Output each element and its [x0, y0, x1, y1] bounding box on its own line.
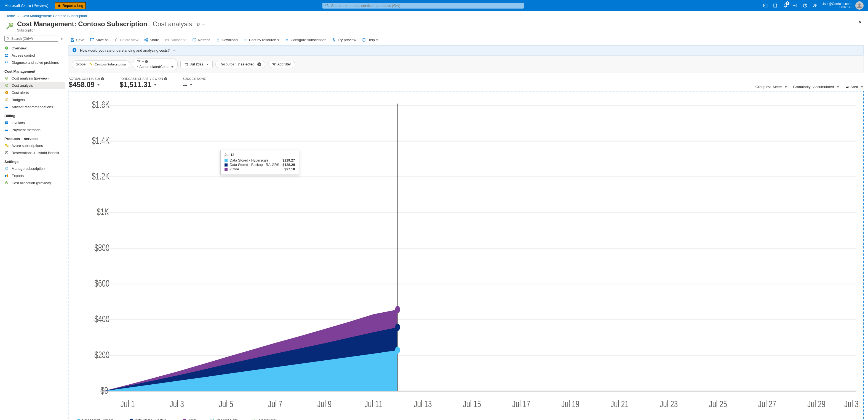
sidebar-item-overview[interactable]: $Overview [0, 45, 65, 52]
breadcrumb-home[interactable]: Home [5, 14, 15, 18]
pin-button[interactable] [196, 22, 200, 28]
info-icon: i [145, 60, 148, 63]
svg-text:$: $ [6, 84, 7, 86]
sidebar-item-access[interactable]: Access control [0, 52, 65, 59]
svg-line-2 [328, 6, 329, 7]
sidebar-item-subscriptions[interactable]: Azure subscriptions [0, 142, 65, 149]
sidebar-item-diagnose[interactable]: Diagnose and solve problems [0, 59, 65, 66]
view-pill[interactable]: VIEW i * AccumulatedCosts [133, 59, 178, 70]
sidebar-search[interactable] [4, 36, 58, 42]
cost-by-resource-button[interactable]: Cost by resource [241, 37, 282, 43]
svg-point-42 [147, 40, 148, 41]
kpi-forecast[interactable]: FORECAST: CHART VIEW ON i $1,511.31 [119, 77, 167, 89]
legend-item[interactable]: Data Stored - Backup... [130, 418, 169, 420]
dollar-icon: $ [5, 46, 8, 50]
svg-text:i: i [74, 48, 75, 52]
sidebar-item-cost-alerts[interactable]: $Cost alerts [0, 89, 65, 96]
sidebar-item-cost-analysis-preview[interactable]: $Cost analysis (preview) [0, 75, 65, 82]
sidebar-item-exports[interactable]: Exports [0, 172, 65, 179]
chart-type-dropdown[interactable]: Area [845, 85, 863, 89]
swatch-icon [224, 159, 227, 162]
sidebar-item-reservations[interactable]: Reservations + Hybrid Benefit [0, 149, 65, 156]
help-dropdown-button[interactable]: Help [360, 37, 380, 43]
chevron-down-icon [860, 85, 863, 89]
svg-point-69 [395, 346, 400, 354]
granularity-dropdown[interactable]: Granularity: Accumulated [793, 85, 839, 89]
scope-pill[interactable]: Scope : Contoso Subscription [72, 60, 130, 68]
help-button[interactable] [800, 0, 810, 11]
calendar-icon [185, 63, 188, 66]
sidebar-item-invoices[interactable]: Invoices [0, 119, 65, 126]
download-button[interactable]: Download [214, 37, 240, 43]
close-button[interactable]: ✕ [858, 20, 862, 25]
filter-row: Scope : Contoso Subscription VIEW i * Ac… [68, 56, 864, 73]
swatch-icon [252, 419, 255, 420]
settings-button[interactable] [790, 0, 800, 11]
help-icon [362, 38, 366, 42]
sidebar-item-budgets[interactable]: $Budgets [0, 96, 65, 103]
clock-icon [5, 151, 8, 155]
person-feedback-icon [813, 3, 817, 8]
refresh-button[interactable]: Refresh [190, 37, 213, 43]
avatar[interactable] [855, 1, 864, 10]
sidebar-collapse-button[interactable]: « [61, 37, 63, 41]
breadcrumb-current[interactable]: Cost Management: Contoso Subscription [22, 14, 87, 18]
info-icon: i [101, 77, 104, 80]
feedback-banner[interactable]: i How would you rate understanding and a… [68, 45, 864, 56]
more-button[interactable]: ··· [202, 22, 205, 27]
sidebar-item-advisor[interactable]: Advisor recommendations [0, 103, 65, 110]
sidebar-search-input[interactable] [10, 37, 56, 40]
svg-text:$600: $600 [94, 278, 110, 289]
resource-filter-pill[interactable]: Resource : 7 selected ✕ [215, 61, 265, 68]
svg-text:$1.6K: $1.6K [92, 99, 110, 110]
group-by-dropdown[interactable]: Group by: Meter [755, 85, 787, 89]
try-preview-button[interactable]: Try preview [330, 37, 358, 43]
subscribe-button: Subscribe [163, 37, 189, 43]
sidebar-heading-billing: Billing [0, 110, 65, 119]
add-filter-pill[interactable]: Add filter [268, 61, 295, 68]
delete-view-button: Delete view [112, 37, 141, 43]
save-button[interactable]: Save [68, 37, 87, 43]
sidebar-item-cost-allocation[interactable]: Cost allocation (preview) [0, 179, 65, 187]
kpi-budget[interactable]: BUDGET: NONE -- [183, 77, 206, 89]
date-pill[interactable]: Jul 2022 [180, 61, 212, 68]
legend-item[interactable]: Forecast cost [252, 418, 276, 420]
share-button[interactable]: Share [142, 37, 162, 43]
invoice-icon [5, 121, 8, 124]
clear-filter-button[interactable]: ✕ [257, 62, 261, 66]
svg-point-70 [395, 324, 400, 331]
configure-sub-button[interactable]: Configure subscription [283, 37, 329, 43]
sidebar-heading-settings: Settings [0, 156, 65, 165]
user-account[interactable]: User@Contoso.com CONTOSO [820, 2, 853, 9]
directories-button[interactable] [770, 0, 780, 11]
chart-svg: $1.6K $1.4K $1.2K $1K $800 $600 $400 $20… [72, 95, 860, 416]
key-icon [89, 62, 93, 66]
cost-chart[interactable]: $1.6K $1.4K $1.2K $1K $800 $600 $400 $20… [72, 95, 860, 416]
legend-item[interactable]: vCore [183, 418, 197, 420]
svg-point-7 [814, 4, 815, 6]
kpi-actual-cost[interactable]: ACTUAL COST (USD) i $458.09 [69, 77, 104, 89]
main-content: Save Save as Delete view Share Subscribe… [65, 35, 868, 420]
alert-icon: $ [5, 90, 8, 94]
legend-item[interactable]: Standard Node [211, 418, 238, 420]
sidebar-item-manage-sub[interactable]: Manage subscription [0, 165, 65, 172]
global-search-input[interactable] [329, 4, 521, 8]
swatch-icon [77, 419, 81, 420]
save-as-button[interactable]: Save as [88, 37, 111, 43]
budget-icon: $ [5, 98, 8, 102]
report-bug-button[interactable]: Report a bug [55, 2, 86, 9]
save-icon [70, 38, 74, 42]
sidebar-item-cost-analysis[interactable]: $Cost analysis [0, 82, 65, 89]
gear-icon [793, 3, 797, 8]
sidebar-item-payment[interactable]: Payment methods [0, 126, 65, 133]
brand-label[interactable]: Microsoft Azure (Preview) [0, 0, 53, 11]
filter-icon [773, 3, 778, 8]
svg-point-32 [6, 168, 7, 169]
chevron-down-icon [375, 38, 378, 42]
cloud-shell-button[interactable] [761, 0, 770, 11]
feedback-button[interactable] [810, 0, 820, 11]
notifications-button[interactable]: 1 [780, 0, 790, 11]
global-search[interactable] [322, 3, 524, 8]
legend-item[interactable]: Data Stored - Hypers... [77, 418, 116, 420]
allocation-icon [5, 181, 8, 185]
